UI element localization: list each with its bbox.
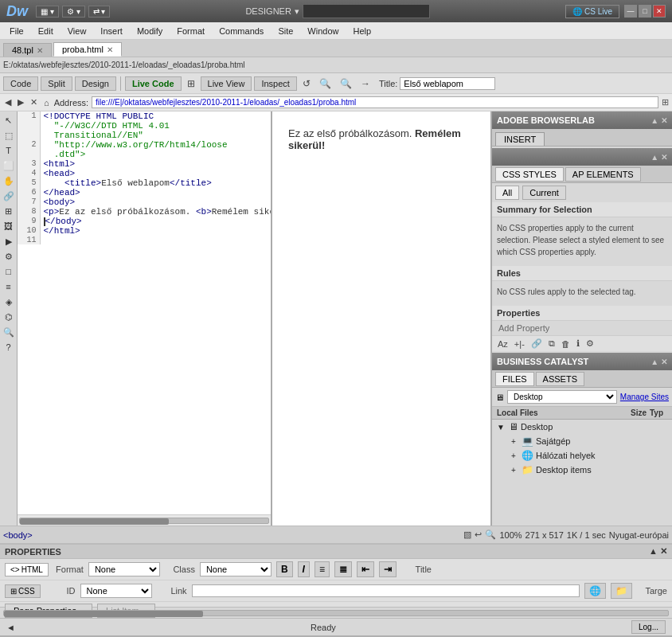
lt-data-tool[interactable]: ≡ — [2, 279, 16, 294]
menu-window[interactable]: Window — [301, 25, 345, 37]
tab-assets[interactable]: ASSETS — [536, 372, 584, 386]
tab-probahtml[interactable]: proba.html ✕ — [53, 42, 122, 57]
prop-copy-btn[interactable]: ⧉ — [546, 338, 557, 350]
link-input[interactable] — [192, 584, 580, 597]
all-button[interactable]: All — [495, 186, 519, 200]
ul-button[interactable]: ≡ — [315, 561, 330, 577]
add-property-link[interactable]: Add Property — [492, 321, 672, 335]
tab-css-styles[interactable]: CSS STYLES — [495, 167, 564, 182]
refresh-icon-btn[interactable]: ↺ — [299, 76, 314, 91]
status-icon1[interactable]: ▧ — [463, 530, 471, 540]
id-select[interactable]: None — [80, 584, 152, 598]
log-button[interactable]: Log... — [631, 620, 666, 634]
bottom-arrow[interactable]: ◄ — [6, 623, 15, 632]
lt-link-tool[interactable]: 🔗 — [2, 189, 16, 203]
tab-ap-elements[interactable]: AP ELEMENTS — [565, 167, 641, 182]
prop-az-btn[interactable]: Az — [495, 338, 510, 350]
lt-text-tool[interactable]: T — [2, 143, 16, 158]
expand-desktop[interactable]: ▼ — [495, 423, 506, 432]
prop-settings-btn[interactable]: ⚙ — [584, 338, 596, 350]
home-btn[interactable]: ⌂ — [42, 98, 51, 107]
tab-48tpl-close[interactable]: ✕ — [37, 46, 43, 55]
zoom-out-icon-btn[interactable]: 🔍 — [337, 76, 355, 91]
layout-icon-btn[interactable]: ▦ ▾ — [36, 6, 59, 18]
stop-btn[interactable]: ✕ — [29, 97, 39, 107]
indent-left[interactable]: ⇤ — [357, 561, 374, 577]
menu-help[interactable]: Help — [346, 25, 377, 37]
lt-arrow-tool[interactable]: ↖ — [2, 113, 16, 127]
tab-files[interactable]: FILES — [495, 372, 534, 386]
current-button[interactable]: Current — [522, 186, 566, 200]
lt-select-tool[interactable]: ⬚ — [2, 128, 16, 143]
bc-expand[interactable]: ▲ ✕ — [651, 358, 667, 366]
close-button[interactable]: ✕ — [653, 5, 666, 18]
ol-button[interactable]: ≣ — [334, 561, 352, 577]
css-mode-btn[interactable]: ⊞ CSS — [5, 584, 41, 598]
search-input[interactable] — [303, 4, 430, 18]
expand-halozat[interactable]: + — [508, 451, 519, 460]
lt-hand-tool[interactable]: ✋ — [2, 174, 16, 188]
prop-filter-btn[interactable]: +|- — [512, 338, 527, 350]
live-code-icon-btn[interactable]: ⊞ — [184, 76, 198, 91]
page-title-input[interactable] — [400, 77, 495, 90]
addr-icon-btn[interactable]: ⊞ — [662, 97, 669, 107]
tree-item-sajatgep[interactable]: + 💻 Sajátgép — [492, 434, 672, 448]
menu-view[interactable]: View — [61, 25, 93, 37]
menu-commands[interactable]: Commands — [213, 25, 270, 37]
back-btn[interactable]: ◀ — [3, 97, 13, 107]
tab-insert[interactable]: INSERT — [495, 132, 545, 146]
prop-link-btn[interactable]: 🔗 — [529, 338, 545, 350]
design-button[interactable]: Design — [75, 76, 116, 91]
inspect-button[interactable]: Inspect — [254, 76, 296, 91]
lt-table-tool[interactable]: ⊞ — [2, 204, 16, 218]
lt-form-tool[interactable]: □ — [2, 264, 16, 279]
minimize-button[interactable]: — — [624, 5, 637, 18]
menu-site[interactable]: Site — [272, 25, 299, 37]
status-icon3[interactable]: 🔍 — [485, 530, 496, 540]
menu-edit[interactable]: Edit — [32, 25, 60, 37]
bold-button[interactable]: B — [276, 561, 293, 577]
props-expand[interactable]: ▲ ✕ — [649, 546, 667, 557]
tab-48tpl[interactable]: 48.tpl ✕ — [3, 43, 52, 57]
zoom-icon-btn[interactable]: 🔍 — [316, 76, 334, 91]
menu-modify[interactable]: Modify — [131, 25, 169, 37]
expand-desktop-items[interactable]: + — [508, 466, 519, 475]
live-view-button[interactable]: Live View — [201, 76, 252, 91]
css-expand[interactable]: ▲ ✕ — [651, 153, 667, 162]
lt-image-tool[interactable]: 🖼 — [2, 219, 16, 233]
cs-live-button[interactable]: 🌐 CS Live — [565, 5, 619, 18]
code-scroll-horizontal[interactable] — [18, 514, 271, 526]
forward-icon-btn[interactable]: → — [357, 76, 373, 91]
forward-btn[interactable]: ▶ — [16, 97, 25, 107]
lt-plugin-tool[interactable]: ⚙ — [2, 249, 16, 264]
tab-probahtml-close[interactable]: ✕ — [107, 45, 113, 54]
address-input[interactable] — [92, 96, 658, 108]
prop-delete-btn[interactable]: 🗑 — [559, 338, 572, 350]
prop-info-btn[interactable]: ℹ — [574, 338, 582, 350]
live-code-button[interactable]: Live Code — [125, 76, 182, 91]
format-select[interactable]: None — [88, 562, 160, 576]
lt-find-tool[interactable]: 🔍 — [2, 325, 16, 339]
html-mode-btn[interactable]: <> HTML — [5, 563, 49, 576]
maximize-button[interactable]: □ — [639, 5, 651, 18]
desktop-select[interactable]: Desktop — [507, 390, 617, 404]
browse-link-btn[interactable]: 🌐 — [584, 583, 606, 599]
manage-sites-link[interactable]: Manage Sites — [620, 393, 669, 401]
indent-right[interactable]: ⇥ — [379, 561, 397, 577]
menu-format[interactable]: Format — [170, 25, 211, 37]
menu-file[interactable]: File — [3, 25, 30, 37]
sync-icon-btn[interactable]: ⇄ ▾ — [88, 6, 111, 18]
class-select[interactable]: None — [200, 562, 272, 576]
expand-sajatgep[interactable]: + — [508, 437, 519, 446]
folder-btn[interactable]: 📁 — [611, 583, 632, 599]
lt-snippet-tool[interactable]: ⌬ — [2, 310, 16, 324]
status-icon2[interactable]: ↩ — [475, 530, 482, 540]
lt-media-tool[interactable]: ▶ — [2, 234, 16, 248]
code-button[interactable]: Code — [3, 76, 38, 91]
browserlab-expand[interactable]: ▲ ✕ — [651, 116, 667, 125]
menu-insert[interactable]: Insert — [94, 25, 129, 37]
settings-icon-btn[interactable]: ⚙ ▾ — [62, 6, 85, 18]
tree-item-desktop[interactable]: ▼ 🖥 Desktop — [492, 420, 672, 434]
split-button[interactable]: Split — [41, 76, 72, 91]
lt-zoom-tool[interactable]: ⬜ — [2, 158, 16, 173]
